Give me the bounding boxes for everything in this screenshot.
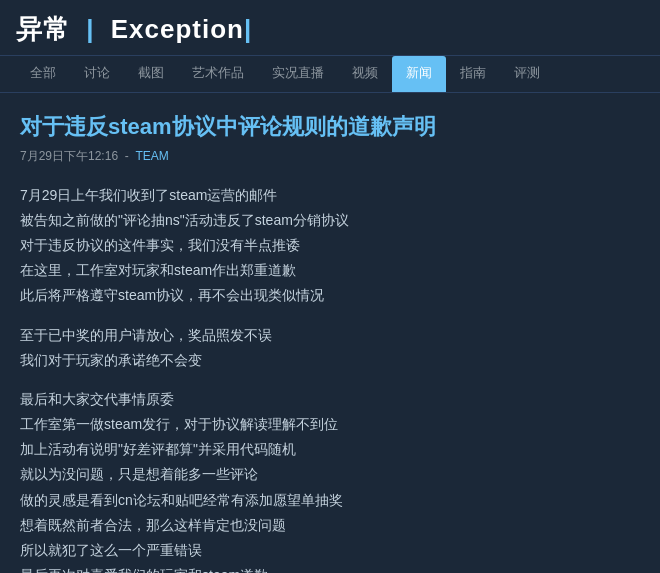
article-author: TEAM	[135, 149, 168, 163]
site-title: 异常 | Exception|	[16, 12, 644, 47]
article-title: 对于违反steam协议中评论规则的道歉声明	[20, 113, 640, 142]
article-body: 7月29日上午我们收到了steam运营的邮件被告知之前做的"评论抽ns"活动违反…	[20, 183, 640, 573]
site-name-cn: 异常	[16, 14, 70, 44]
site-name-en: Exception	[111, 14, 244, 44]
article-date: 7月29日下午12:16	[20, 149, 118, 163]
nav-item-artwork[interactable]: 艺术作品	[178, 56, 258, 92]
article-paragraph-3: 最后和大家交代事情原委工作室第一做steam发行，对于协议解读理解不到位加上活动…	[20, 387, 640, 573]
nav-item-all[interactable]: 全部	[16, 56, 70, 92]
page-header: 异常 | Exception|	[0, 0, 660, 56]
nav-item-broadcast[interactable]: 实况直播	[258, 56, 338, 92]
nav-item-news[interactable]: 新闻	[392, 56, 446, 92]
nav-item-guide[interactable]: 指南	[446, 56, 500, 92]
article-paragraph-2: 至于已中奖的用户请放心，奖品照发不误我们对于玩家的承诺绝不会变	[20, 323, 640, 373]
title-separator: |	[86, 14, 94, 44]
cursor-blink: |	[244, 14, 252, 44]
article-meta: 7月29日下午12:16 - TEAM	[20, 148, 640, 165]
article-content: 对于违反steam协议中评论规则的道歉声明 7月29日下午12:16 - TEA…	[0, 93, 660, 573]
nav-item-discussion[interactable]: 讨论	[70, 56, 124, 92]
article-paragraph-1: 7月29日上午我们收到了steam运营的邮件被告知之前做的"评论抽ns"活动违反…	[20, 183, 640, 309]
navigation-bar: 全部 讨论 截图 艺术作品 实况直播 视频 新闻 指南 评测	[0, 56, 660, 93]
nav-item-screenshots[interactable]: 截图	[124, 56, 178, 92]
nav-item-review[interactable]: 评测	[500, 56, 554, 92]
nav-item-video[interactable]: 视频	[338, 56, 392, 92]
